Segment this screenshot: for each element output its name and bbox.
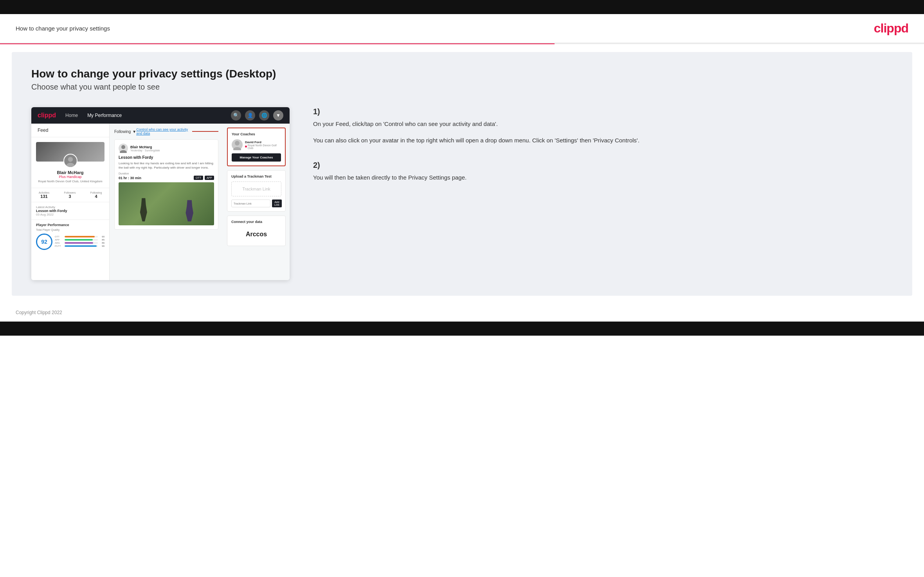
- coaches-panel: Your Coaches David Ford: [227, 128, 286, 166]
- quality-circle: 92: [36, 234, 52, 250]
- player-perf-title: Player Performance: [36, 223, 104, 227]
- user-icon[interactable]: 👤: [245, 110, 255, 120]
- activity-user-info: Blair McHarg Yesterday · Sunningdale: [130, 145, 160, 152]
- add-link-button[interactable]: Add Link: [272, 200, 282, 207]
- player-performance: Player Performance Total Player Quality …: [31, 219, 109, 253]
- bar-value: 90: [99, 235, 104, 238]
- profile-avatar-wrap: [63, 154, 77, 168]
- stat-activities-value: 131: [39, 194, 50, 199]
- profile-avatar: [63, 154, 77, 168]
- app-right-panel: Your Coaches David Ford: [223, 124, 290, 280]
- golfer-silhouette-1: [138, 198, 149, 221]
- search-icon[interactable]: 🔍: [231, 110, 241, 120]
- total-quality-label: Total Player Quality: [36, 228, 104, 231]
- bar-row-ott: OTT 90: [55, 235, 104, 238]
- activity-image: [119, 182, 214, 225]
- step1-subtext: You can also click on your avatar in the…: [313, 136, 885, 145]
- bar-value: 86: [99, 242, 104, 244]
- header-divider: [0, 43, 924, 44]
- activity-name: Blair McHarg: [130, 145, 160, 149]
- bar-row-arg: ARG 86: [55, 242, 104, 244]
- stat-followers: Followers 3: [64, 191, 76, 199]
- svg-point-1: [66, 163, 74, 168]
- following-bar: Following ▼ Control who can see your act…: [114, 128, 218, 135]
- instruction-step-2: 2) You will then be taken directly to th…: [313, 161, 885, 182]
- activity-desc: Looking to feel like my hands are exitin…: [119, 161, 214, 170]
- activity-header: Blair McHarg Yesterday · Sunningdale: [119, 144, 214, 153]
- step1-text: On your Feed, click/tap on 'Control who …: [313, 119, 885, 129]
- stat-following-label: Following: [90, 191, 102, 194]
- annotation-arrow: [192, 129, 218, 134]
- svg-point-0: [68, 157, 72, 162]
- quality-bars: OTT 90 APP 85 ARG 86 PUTT 96: [55, 235, 104, 248]
- svg-point-6: [235, 141, 240, 146]
- stat-activities-label: Activities: [39, 191, 50, 194]
- tag-app: APP: [205, 176, 214, 180]
- bar-fill: [65, 242, 93, 244]
- coach-avatar: [232, 139, 243, 150]
- latest-activity: Latest Activity Lesson with Fordy 03 Aug…: [31, 202, 109, 219]
- top-bar: [0, 0, 924, 14]
- trackman-input-row: Add Link: [231, 200, 281, 207]
- footer-copyright: Copyright Clippd 2022: [16, 310, 62, 315]
- arccos-logo: Arccos: [231, 227, 281, 242]
- coach-info: David Ford Royal North Devon Golf Club: [245, 140, 281, 149]
- activity-avatar: [119, 144, 128, 153]
- connect-panel: Connect your data Arccos: [227, 216, 286, 246]
- tag-ott: OTT: [194, 176, 203, 180]
- profile-club: Royal North Devon Golf Club, United King…: [36, 180, 104, 183]
- page-subtitle: Choose what you want people to see: [31, 83, 893, 92]
- bar-fill: [65, 236, 95, 237]
- following-button[interactable]: Following ▼: [114, 129, 136, 134]
- clippd-logo: clippd: [874, 21, 908, 36]
- bar-row-app: APP 85: [55, 239, 104, 241]
- demo-layout: clippd Home My Performance 🔍 👤 🌐 ▼ Feed: [31, 107, 893, 280]
- latest-activity-label: Latest Activity: [36, 205, 104, 209]
- activity-card: Blair McHarg Yesterday · Sunningdale Les…: [114, 139, 218, 230]
- step2-text: You will then be taken directly to the P…: [313, 173, 885, 182]
- globe-icon[interactable]: 🌐: [259, 110, 269, 120]
- trackman-placeholder: Trackman Link: [231, 182, 281, 196]
- golfer-silhouette-2: [184, 200, 195, 221]
- svg-point-7: [233, 147, 241, 150]
- feed-tab[interactable]: Feed: [31, 124, 109, 137]
- bar-label: PUTT: [55, 245, 63, 247]
- coach-name: David Ford: [245, 140, 281, 144]
- site-footer: Copyright Clippd 2022: [0, 304, 924, 322]
- duration-row: 01 hr : 30 min OTT APP: [119, 176, 214, 180]
- profile-banner: [36, 142, 104, 162]
- latest-activity-date: 03 Aug 2022: [36, 213, 104, 216]
- app-logo-mock: clippd: [38, 112, 56, 119]
- bar-fill: [65, 245, 97, 247]
- nav-my-performance[interactable]: My Performance: [87, 113, 122, 118]
- coaches-title: Your Coaches: [232, 132, 281, 136]
- profile-section: Blair McHarg Plus Handicap Royal North D…: [31, 137, 109, 188]
- manage-coaches-button[interactable]: Manage Your Coaches: [232, 153, 281, 162]
- site-header: How to change your privacy settings clip…: [0, 14, 924, 43]
- avatar-icon[interactable]: ▼: [273, 110, 283, 120]
- instruction-step-1: 1) On your Feed, click/tap on 'Control w…: [313, 107, 885, 145]
- profile-name: Blair McHarg: [36, 170, 104, 175]
- step1-number: 1): [313, 107, 885, 116]
- stat-activities: Activities 131: [39, 191, 50, 199]
- nav-home[interactable]: Home: [65, 113, 78, 118]
- bar-fill: [65, 239, 93, 241]
- following-chevron: ▼: [132, 129, 136, 134]
- app-sidebar: Feed: [31, 124, 110, 280]
- duration-label: Duration: [119, 172, 214, 175]
- bar-label: OTT: [55, 235, 63, 238]
- stat-followers-value: 3: [64, 194, 76, 199]
- main-content: How to change your privacy settings (Des…: [12, 52, 912, 296]
- trackman-input[interactable]: [231, 200, 270, 207]
- control-link[interactable]: Control who can see your activity and da…: [136, 128, 191, 135]
- step2-number: 2): [313, 161, 885, 170]
- feed-content: Following ▼ Control who can see your act…: [110, 124, 223, 280]
- location-dot: [245, 146, 247, 147]
- header-title: How to change your privacy settings: [16, 25, 110, 32]
- bar-row-putt: PUTT 96: [55, 245, 104, 247]
- page-title: How to change your privacy settings (Des…: [31, 68, 893, 80]
- coach-club: Royal North Devon Golf Club: [245, 144, 281, 149]
- app-navbar: clippd Home My Performance 🔍 👤 🌐 ▼: [31, 107, 290, 124]
- bar-value: 85: [99, 239, 104, 241]
- connect-title: Connect your data: [231, 220, 281, 224]
